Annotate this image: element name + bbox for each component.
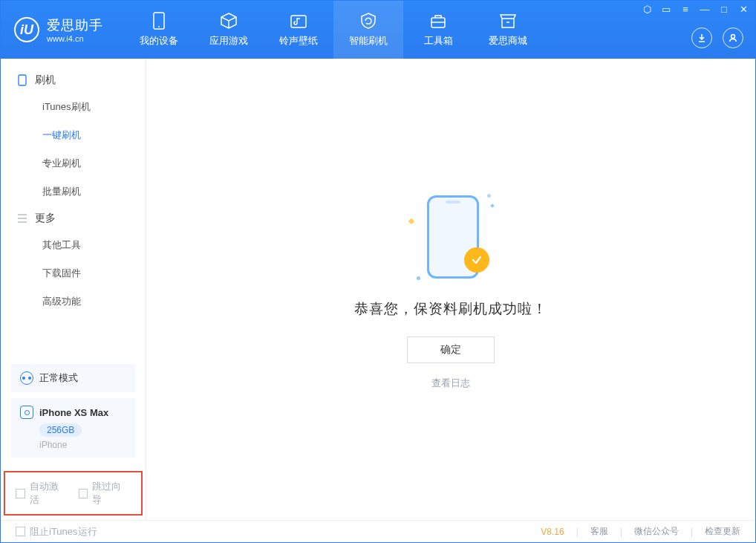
nav-label: 铃声壁纸 (279, 34, 318, 48)
main-content: 恭喜您，保资料刷机成功啦！ 确定 查看日志 (146, 59, 755, 520)
nav-apps[interactable]: 应用游戏 (194, 1, 264, 59)
nav-toolbox[interactable]: 工具箱 (403, 1, 473, 59)
device-info: 正常模式 iPhone XS Max 256GB iPhone (1, 357, 146, 471)
window-controls: ⬡ ▭ ≡ — □ ✕ (641, 4, 749, 15)
header-right-icons (691, 27, 743, 48)
phone-icon (17, 75, 27, 85)
nav-label: 爱思商城 (489, 34, 527, 48)
user-icon[interactable] (723, 27, 743, 48)
nav-flash[interactable]: 智能刷机 (333, 1, 403, 59)
capacity-badge: 256GB (39, 423, 82, 437)
nav-label: 工具箱 (424, 34, 453, 48)
check-label: 自动激活 (30, 480, 68, 507)
footer-check-update[interactable]: 检查更新 (705, 525, 740, 538)
app-url: www.i4.cn (47, 34, 103, 43)
check-label: 跳过向导 (92, 480, 131, 507)
check-badge-icon (464, 247, 489, 273)
sparkle-icon (408, 218, 414, 224)
nav-label: 智能刷机 (349, 34, 388, 48)
check-label: 阻止iTunes运行 (30, 525, 97, 539)
list-icon (17, 213, 27, 224)
sidebar: 刷机 iTunes刷机 一键刷机 专业刷机 批量刷机 更多 其他工具 下载固件 … (1, 59, 146, 520)
device-card[interactable]: iPhone XS Max 256GB iPhone (11, 398, 135, 458)
nav-label: 我的设备 (140, 34, 178, 48)
check-skip-guide[interactable]: 跳过向导 (79, 480, 131, 507)
nav-ringtone[interactable]: 铃声壁纸 (264, 1, 333, 59)
maximize-button[interactable]: □ (718, 4, 730, 15)
sidebar-group-flash[interactable]: 刷机 (1, 68, 146, 93)
sidebar-item-download-firmware[interactable]: 下载固件 (1, 259, 146, 287)
sidebar-item-other-tools[interactable]: 其他工具 (1, 231, 146, 259)
device-name-row: iPhone XS Max (20, 406, 126, 419)
dot-icon (417, 276, 420, 280)
svg-rect-2 (291, 16, 306, 27)
toolbox-icon (429, 12, 447, 30)
top-nav: 我的设备 应用游戏 铃声壁纸 智能刷机 工具箱 爱思商城 (124, 1, 543, 59)
sidebar-group-more[interactable]: 更多 (1, 206, 146, 231)
svg-point-1 (158, 26, 160, 27)
footer-wechat[interactable]: 微信公众号 (634, 525, 679, 538)
nav-store[interactable]: 爱思商城 (473, 1, 543, 59)
check-auto-activate[interactable]: 自动激活 (16, 480, 68, 507)
minimize-button[interactable]: — (699, 4, 711, 15)
sidebar-checks-highlight: 自动激活 跳过向导 (4, 471, 143, 516)
shirt-icon[interactable]: ⬡ (641, 4, 653, 15)
menu-icon[interactable]: ≡ (680, 4, 691, 15)
check-block-itunes[interactable]: 阻止iTunes运行 (16, 525, 97, 539)
svg-rect-5 (19, 75, 26, 85)
logo-area: iU 爱思助手 www.i4.cn (1, 16, 117, 43)
footer-support[interactable]: 客服 (590, 525, 608, 538)
sparkle-icon (490, 204, 495, 208)
body: 刷机 iTunes刷机 一键刷机 专业刷机 批量刷机 更多 其他工具 下载固件 … (1, 59, 755, 520)
mode-label: 正常模式 (39, 371, 78, 385)
sidebar-menu: 刷机 iTunes刷机 一键刷机 专业刷机 批量刷机 更多 其他工具 下载固件 … (1, 59, 146, 357)
device-icon (150, 12, 168, 30)
device-name: iPhone XS Max (39, 407, 108, 418)
nav-label: 应用游戏 (209, 34, 248, 48)
sidebar-item-batch-flash[interactable]: 批量刷机 (1, 178, 146, 206)
success-illustration (406, 189, 495, 286)
app-name: 爱思助手 (47, 16, 103, 34)
checkbox-icon (16, 489, 25, 498)
sidebar-item-itunes-flash[interactable]: iTunes刷机 (1, 93, 146, 121)
group-title: 刷机 (35, 74, 56, 87)
sidebar-item-advanced[interactable]: 高级功能 (1, 287, 146, 316)
dot-icon (487, 194, 491, 198)
checkbox-icon (16, 527, 25, 536)
nav-my-device[interactable]: 我的设备 (124, 1, 194, 59)
ok-button[interactable]: 确定 (407, 336, 495, 363)
device-mode-card[interactable]: 正常模式 (11, 364, 135, 392)
mode-icon (20, 371, 33, 385)
sidebar-item-oneclick-flash[interactable]: 一键刷机 (1, 121, 146, 149)
cube-icon (220, 12, 238, 30)
device-type: iPhone (39, 440, 126, 450)
sidebar-item-pro-flash[interactable]: 专业刷机 (1, 149, 146, 178)
close-button[interactable]: ✕ (737, 4, 749, 15)
checkbox-icon (79, 489, 88, 498)
group-title: 更多 (35, 212, 56, 225)
logo-text: 爱思助手 www.i4.cn (47, 16, 103, 43)
download-icon[interactable] (691, 27, 712, 48)
music-folder-icon (290, 12, 307, 30)
note-icon[interactable]: ▭ (660, 4, 672, 15)
footer: 阻止iTunes运行 V8.16 | 客服 | 微信公众号 | 检查更新 (1, 520, 755, 542)
success-message: 恭喜您，保资料刷机成功啦！ (354, 299, 547, 319)
shield-refresh-icon (359, 12, 377, 30)
device-icon (20, 406, 33, 419)
logo-icon: iU (14, 17, 39, 42)
view-log-link[interactable]: 查看日志 (431, 377, 470, 390)
store-icon (499, 12, 517, 30)
version-label: V8.16 (541, 527, 564, 537)
header: iU 爱思助手 www.i4.cn 我的设备 应用游戏 铃声壁纸 智能刷机 工具… (1, 1, 755, 59)
svg-point-4 (731, 35, 735, 39)
